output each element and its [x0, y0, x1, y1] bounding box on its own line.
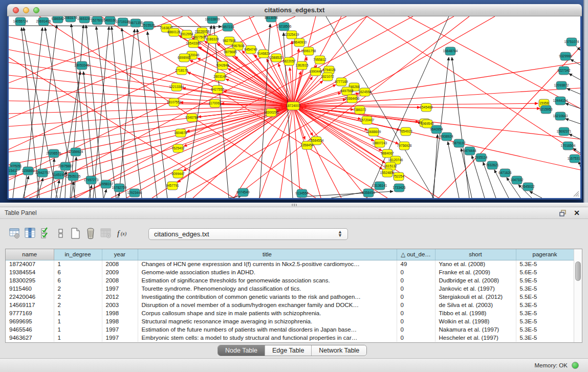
- cytoscape-app: { "network_window": { "title": "citation…: [0, 0, 588, 372]
- svg-text:1969545: 1969545: [421, 122, 434, 125]
- svg-text:752254: 752254: [393, 174, 404, 178]
- row-checks-button[interactable]: [39, 227, 52, 240]
- table-row[interactable]: 969969511998Structural magnetic resonanc…: [6, 317, 574, 325]
- svg-text:1170061: 1170061: [209, 101, 222, 105]
- svg-text:2967608: 2967608: [231, 44, 245, 48]
- column-header-pagerank[interactable]: pagerank: [516, 249, 574, 260]
- tab-edge-table[interactable]: Edge Table: [265, 345, 312, 356]
- table-type-segmented-control: Node Table Edge Table Network Table: [217, 345, 367, 356]
- svg-text:17016504: 17016504: [561, 144, 576, 147]
- svg-text:16120746: 16120746: [388, 158, 403, 162]
- svg-text:6099447: 6099447: [171, 172, 185, 176]
- svg-text:9329966: 9329966: [559, 54, 572, 58]
- svg-text:3915411: 3915411: [9, 169, 18, 172]
- status-bar: Memory: OK: [0, 358, 588, 372]
- svg-text:1588520: 1588520: [270, 56, 283, 59]
- table-header-row[interactable]: namein_degreeyeartitle△ out_de…shortpage…: [6, 249, 574, 260]
- svg-text:12213384: 12213384: [169, 85, 184, 89]
- network-desktop: citations_edges.txt 71638228860128891295…: [0, 0, 588, 203]
- svg-text:28053346: 28053346: [75, 63, 90, 67]
- citation-network-graph[interactable]: 7163822886012889129542322605898275051654…: [9, 16, 580, 198]
- svg-text:18807243: 18807243: [373, 141, 387, 145]
- window-title: citations_edges.txt: [7, 6, 582, 14]
- svg-text:1358454: 1358454: [300, 143, 314, 147]
- table-row[interactable]: 911546021997Tourette syndrome. Phenomeno…: [6, 285, 574, 293]
- scrollbar-thumb[interactable]: [575, 261, 581, 281]
- svg-text:16648784: 16648784: [443, 49, 458, 53]
- column-header-short[interactable]: short: [435, 249, 516, 260]
- svg-text:7625402: 7625402: [171, 146, 185, 150]
- svg-text:9545022: 9545022: [521, 185, 535, 188]
- resize-grip-icon[interactable]: [572, 190, 579, 197]
- new-column-button[interactable]: [69, 227, 82, 240]
- svg-text:14671355: 14671355: [128, 21, 143, 25]
- collapsed-panel-strip[interactable]: [583, 0, 588, 203]
- svg-text:79756928: 79756928: [397, 144, 412, 147]
- tab-node-table[interactable]: Node Table: [218, 345, 265, 356]
- svg-text:1145194: 1145194: [53, 173, 66, 177]
- svg-text:2718176: 2718176: [175, 69, 188, 72]
- node-table[interactable]: namein_degreeyeartitle△ out_de…shortpage…: [5, 249, 582, 343]
- table-row[interactable]: 2242004622012Investigating the contribut…: [6, 293, 574, 301]
- svg-text:18640910: 18640910: [292, 40, 307, 44]
- table-row[interactable]: 977716911998Corpus callosum shape and si…: [6, 309, 574, 317]
- float-panel-icon[interactable]: [559, 210, 567, 216]
- tab-network-table[interactable]: Network Table: [312, 345, 366, 356]
- panel-splitter[interactable]: [0, 203, 588, 207]
- table-row[interactable]: 946362711997Embryonic stem cells: a mode…: [6, 334, 574, 342]
- network-canvas[interactable]: 7163822886012889129542322605898275051654…: [9, 16, 580, 198]
- table-row[interactable]: 1456911722003Disruption of a novel membe…: [6, 301, 574, 309]
- column-header-name[interactable]: name: [6, 249, 54, 260]
- svg-text:12923446: 12923446: [127, 191, 142, 194]
- svg-text:12505135: 12505135: [66, 174, 81, 178]
- svg-text:6822057: 6822057: [282, 59, 296, 63]
- attribute-table[interactable]: namein_degreeyeartitle△ out_de…shortpage…: [6, 249, 574, 342]
- table-row[interactable]: 1830029562008Estimation of significance …: [6, 276, 574, 285]
- svg-text:17957273: 17957273: [84, 178, 99, 182]
- svg-text:15524851: 15524851: [380, 171, 395, 174]
- function-builder-button[interactable]: f (x): [116, 227, 133, 240]
- table-row[interactable]: 1938455462009Genome-wide association stu…: [6, 268, 574, 276]
- svg-text:19218506: 19218506: [277, 25, 292, 28]
- table-row[interactable]: 946554611997Estimation of the future num…: [6, 325, 574, 334]
- network-window-titlebar[interactable]: citations_edges.txt: [7, 4, 582, 16]
- svg-text:20691406: 20691406: [36, 19, 51, 23]
- column-header-title[interactable]: title: [138, 249, 397, 260]
- svg-text:1990448: 1990448: [309, 70, 322, 73]
- close-panel-icon[interactable]: ✕: [574, 209, 580, 217]
- column-header-out_de[interactable]: △ out_de…: [397, 249, 435, 260]
- column-header-in_degree[interactable]: in_degree: [54, 249, 102, 260]
- svg-text:15720407: 15720407: [360, 118, 375, 122]
- memory-ok-icon[interactable]: [572, 362, 579, 369]
- network-window[interactable]: citations_edges.txt 71638228860128891295…: [7, 4, 582, 200]
- table-settings-button[interactable]: [8, 227, 21, 240]
- svg-text:8427552: 8427552: [211, 87, 224, 91]
- svg-text:18300295: 18300295: [264, 111, 279, 114]
- svg-text:10653287: 10653287: [77, 17, 92, 20]
- svg-text:9386542: 9386542: [51, 17, 64, 20]
- svg-text:16782759: 16782759: [112, 186, 127, 189]
- table-toolbar: f (x) citations_edges.txt ▲▼: [0, 219, 588, 249]
- memory-status-label: Memory: OK: [534, 362, 568, 368]
- svg-text:15958: 15958: [539, 101, 549, 105]
- svg-text:7386372: 7386372: [353, 108, 366, 112]
- svg-text:9457791: 9457791: [166, 184, 179, 187]
- delete-column-button[interactable]: [84, 227, 97, 240]
- table-row[interactable]: 1872400712008Changes of HCN gene express…: [6, 260, 574, 268]
- table-panel: Table Panel ✕: [0, 207, 588, 358]
- table-selector-dropdown[interactable]: citations_edges.txt: [148, 228, 348, 240]
- svg-text:20364456: 20364456: [345, 97, 360, 100]
- svg-text:1621072: 1621072: [321, 75, 334, 78]
- table-scrollbar[interactable]: [574, 249, 582, 342]
- svg-text:9827505: 9827505: [193, 35, 206, 39]
- svg-text:1733426: 1733426: [393, 186, 406, 189]
- svg-text:1624554: 1624554: [358, 90, 372, 94]
- svg-text:9875685: 9875685: [224, 50, 237, 54]
- svg-text:12325419: 12325419: [285, 33, 299, 36]
- show-columns-button[interactable]: [24, 227, 37, 240]
- svg-text:23226058: 23226058: [195, 30, 210, 33]
- column-header-year[interactable]: year: [102, 249, 138, 260]
- columns-button[interactable]: [54, 227, 68, 240]
- svg-text:8860128: 8860128: [167, 30, 181, 34]
- svg-text:1362615: 1362615: [295, 63, 309, 67]
